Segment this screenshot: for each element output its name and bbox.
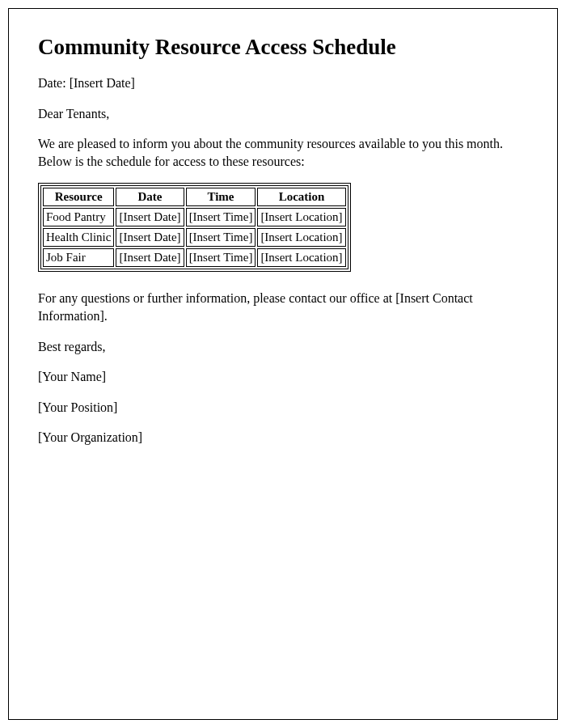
cell-resource: Food Pantry xyxy=(43,208,114,226)
page-title: Community Resource Access Schedule xyxy=(38,35,528,60)
cell-time: [Insert Time] xyxy=(186,228,256,247)
intro-paragraph: We are pleased to inform you about the c… xyxy=(38,135,528,170)
col-header-time: Time xyxy=(186,188,256,206)
cell-time: [Insert Time] xyxy=(186,248,256,267)
cell-location: [Insert Location] xyxy=(257,208,345,226)
contact-line: For any questions or further information… xyxy=(38,290,528,324)
document-page: Community Resource Access Schedule Date:… xyxy=(8,8,558,720)
salutation: Dear Tenants, xyxy=(38,105,528,123)
table-row: Health Clinic [Insert Date] [Insert Time… xyxy=(43,228,346,247)
col-header-location: Location xyxy=(257,188,345,206)
table-row: Food Pantry [Insert Date] [Insert Time] … xyxy=(43,208,346,226)
signature-name: [Your Name] xyxy=(38,368,528,386)
signature-position: [Your Position] xyxy=(38,399,528,417)
cell-time: [Insert Time] xyxy=(186,208,256,226)
cell-date: [Insert Date] xyxy=(116,208,184,226)
col-header-date: Date xyxy=(116,188,184,206)
cell-location: [Insert Location] xyxy=(257,248,345,267)
cell-resource: Job Fair xyxy=(43,248,114,267)
table-header-row: Resource Date Time Location xyxy=(43,188,346,206)
signature-organization: [Your Organization] xyxy=(38,429,528,447)
col-header-resource: Resource xyxy=(43,188,114,206)
schedule-table-wrap: Resource Date Time Location Food Pantry … xyxy=(38,183,351,272)
closing: Best regards, xyxy=(38,338,528,356)
schedule-table: Resource Date Time Location Food Pantry … xyxy=(40,185,348,269)
table-row: Job Fair [Insert Date] [Insert Time] [In… xyxy=(43,248,346,267)
cell-location: [Insert Location] xyxy=(257,228,345,247)
date-line: Date: [Insert Date] xyxy=(38,74,528,92)
cell-date: [Insert Date] xyxy=(116,248,184,267)
cell-date: [Insert Date] xyxy=(116,228,184,247)
cell-resource: Health Clinic xyxy=(43,228,114,247)
